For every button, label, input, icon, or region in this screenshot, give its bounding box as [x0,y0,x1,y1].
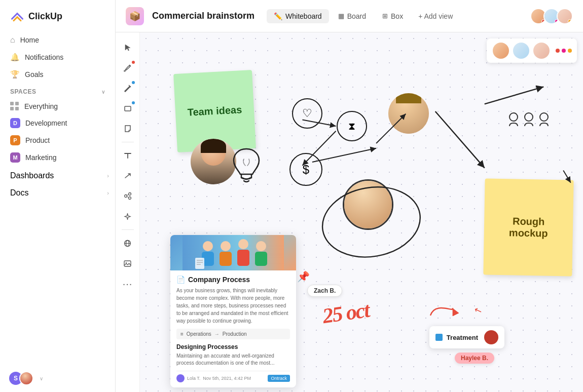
sticky-note-rough-mockup[interactable]: Rough mockup [483,178,573,276]
sidebar-item-marketing[interactable]: M Marketing [4,149,111,166]
main-content: 📦 Commercial brainstorm ✏️ Whiteboard ▦ … [116,0,583,392]
heart-icon: ♡ [302,107,312,120]
process-card[interactable]: 📄 Company Process As your business grows… [170,235,296,387]
svg-rect-22 [195,258,204,269]
more-tool[interactable]: ··· [119,275,137,293]
sidebar-item-home[interactable]: ⌂ Home [4,31,111,49]
select-tool[interactable] [119,38,137,57]
svg-point-20 [256,241,266,251]
svg-point-3 [128,193,131,195]
treatment-card[interactable]: Treatment [429,326,504,348]
person-photo-woman-center [343,179,393,230]
arrow-tool[interactable] [119,167,137,185]
whiteboard-tab-label: Whiteboard [285,12,322,20]
process-card-title: 📄 Company Process [176,276,290,284]
view-tabs: ✏️ Whiteboard ▦ Board ⊞ Box + Add view [267,9,459,23]
person-photo-woman-top [388,93,429,134]
page-title: Commercial brainstorm [152,11,254,21]
process-card-body: 📄 Company Process As your business grows… [170,270,296,387]
add-view-label: + Add view [418,12,453,20]
docs-chevron-icon: › [107,190,109,196]
sidebar-item-docs[interactable]: Docs › [0,183,115,201]
sidebar-item-dashboards[interactable]: Dashboards › [0,166,115,183]
svg-point-18 [238,239,248,249]
name-chip-haylee: Haylee B. [455,352,494,364]
doc-icon: 📄 [176,276,185,284]
process-subdesc: Maintaining an accurate and well-organiz… [176,352,290,367]
sparkle-tool[interactable] [119,207,137,225]
rectangle-tool[interactable] [119,99,137,117]
dashboards-label: Dashboards [10,171,54,180]
sidebar-item-product[interactable]: P Product [4,132,111,149]
spaces-label: Spaces [10,88,36,95]
zach-name: Zach B. [314,287,336,294]
date-annotation: 25 oct [321,298,371,328]
tab-whiteboard[interactable]: ✏️ Whiteboard [267,9,329,23]
dollar-icon: $ [303,163,309,177]
spaces-header: Spaces ∨ [0,83,115,98]
svg-point-2 [124,195,127,198]
sidebar-item-everything[interactable]: Everything [4,98,111,114]
board-tab-icon: ▦ [338,12,344,20]
nav-notifications-label: Notifications [25,53,63,61]
brush-tool[interactable] [119,59,137,77]
view-icon: 📦 [126,7,144,25]
globe-tool[interactable] [119,234,137,252]
sidebar-item-goals[interactable]: 🏆 Goals [4,66,111,83]
collaborator-avatars [530,8,573,24]
sidebar: ClickUp ⌂ Home 🔔 Notifications 🏆 Goals S… [0,0,116,392]
canvas-avatar-2 [512,42,530,60]
svg-rect-1 [125,106,131,111]
board-tab-label: Board [347,12,366,20]
box-tab-label: Box [391,12,403,20]
app-logo[interactable]: ClickUp [0,0,115,31]
add-view-button[interactable]: + Add view [412,9,459,23]
sidebar-item-development[interactable]: D Development [4,114,111,132]
canvas-wrapper: ··· Team ideas Rough moc [116,32,583,392]
whiteboard-canvas[interactable]: Team ideas Rough mockup ♡ $ ⧗ [140,32,583,392]
text-tool[interactable] [119,146,137,165]
process-status-chip: Ontrack [268,375,290,382]
diagram-tool[interactable] [119,187,137,205]
user-photo-avatar [19,371,33,385]
process-subtitle: Designing Processes [176,343,290,350]
svg-point-16 [221,241,231,251]
image-tool[interactable] [119,254,137,272]
tab-box[interactable]: ⊞ Box [375,9,410,23]
svg-rect-19 [237,250,249,266]
sidebar-footer: S ∨ [0,365,115,392]
name-chip-zach: Zach B. [307,285,342,297]
nav-goals-label: Goals [25,70,44,79]
user-avatar-stack[interactable]: S [8,371,33,386]
home-icon: ⌂ [10,35,15,45]
spaces-chevron-icon[interactable]: ∨ [101,89,105,95]
pen-tool[interactable] [119,79,137,97]
everything-label: Everything [24,102,58,110]
collaborator-avatar-3 [557,8,573,24]
trophy-icon: 🏆 [10,70,20,79]
flow-arrow-icon: → [214,331,220,337]
tab-board[interactable]: ▦ Board [331,9,373,23]
svg-rect-7 [124,261,131,266]
dashboards-chevron-icon: › [107,173,109,179]
note-tool[interactable] [119,120,137,138]
team-people-icons [506,111,552,145]
svg-point-14 [203,241,213,251]
presence-dot-pink [562,49,566,53]
sidebar-item-notifications[interactable]: 🔔 Notifications [4,49,111,66]
product-label: Product [25,136,50,144]
process-card-description: As your business grows, things will inev… [176,287,290,325]
user-menu-chevron-icon[interactable]: ∨ [40,376,43,381]
process-user-info: Lola T. Nov 5th, 2021, 4:42 PM [176,374,251,382]
svg-rect-21 [255,252,267,266]
svg-point-9 [509,113,518,121]
toolbar-separator-1 [122,142,134,142]
marketing-label: Marketing [25,153,56,162]
sticky-green-text: Team ideas [187,104,242,119]
product-badge: P [10,135,20,145]
sticky-yellow-text: Rough mockup [492,215,565,240]
top-bar-right [530,8,573,24]
presence-dots-bar [553,49,572,53]
whiteboard-tab-icon: ✏️ [274,12,282,20]
bell-icon: 🔔 [10,53,20,62]
